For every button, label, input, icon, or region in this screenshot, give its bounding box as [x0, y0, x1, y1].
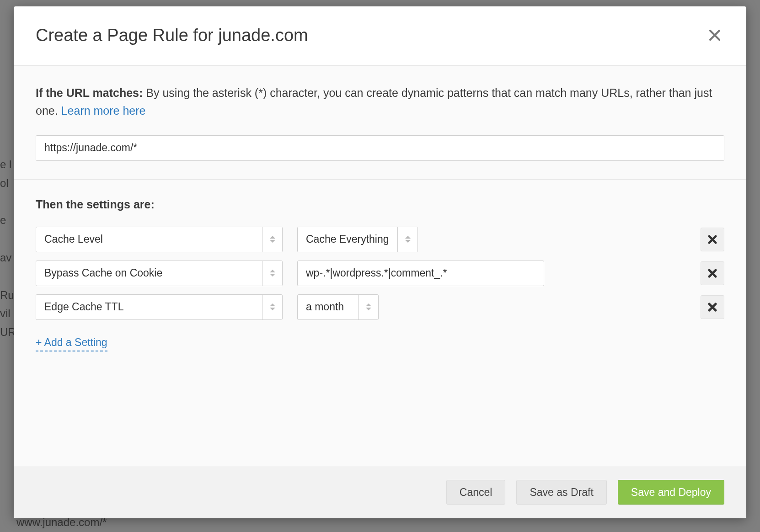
url-match-section: If the URL matches: By using the asteris…: [14, 66, 746, 179]
url-pattern-input[interactable]: [36, 135, 724, 161]
remove-icon: [707, 234, 718, 245]
setting-row: Edge Cache TTL a month: [36, 294, 724, 320]
save-draft-button[interactable]: Save as Draft: [516, 480, 606, 505]
url-match-label: If the URL matches:: [36, 86, 143, 99]
settings-section: Then the settings are: Cache Level Cache…: [14, 179, 746, 370]
url-match-description: If the URL matches: By using the asteris…: [36, 84, 724, 120]
setting-value-label: Cache Everything: [298, 227, 397, 252]
setting-name-label: Cache Level: [36, 227, 262, 252]
select-caret-icon: [397, 227, 417, 252]
setting-value-input[interactable]: [297, 261, 544, 286]
settings-heading: Then the settings are:: [36, 198, 724, 211]
page-rule-modal: Create a Page Rule for junade.com If the…: [14, 6, 746, 518]
select-caret-icon: [262, 261, 282, 286]
select-caret-icon: [262, 227, 282, 252]
setting-name-label: Bypass Cache on Cookie: [36, 261, 262, 286]
setting-name-select[interactable]: Bypass Cache on Cookie: [36, 261, 283, 286]
learn-more-link[interactable]: Learn more here: [61, 104, 146, 117]
modal-footer: Cancel Save as Draft Save and Deploy: [14, 466, 746, 518]
remove-icon: [707, 268, 718, 279]
cancel-button[interactable]: Cancel: [446, 480, 506, 505]
select-caret-icon: [358, 295, 378, 319]
remove-setting-button[interactable]: [701, 295, 724, 319]
select-caret-icon: [262, 295, 282, 319]
setting-value-select[interactable]: a month: [297, 294, 379, 320]
setting-row: Bypass Cache on Cookie: [36, 261, 724, 286]
setting-name-select[interactable]: Cache Level: [36, 227, 283, 252]
setting-name-select[interactable]: Edge Cache TTL: [36, 294, 283, 320]
remove-setting-button[interactable]: [701, 228, 724, 251]
modal-title: Create a Page Rule for junade.com: [36, 26, 308, 45]
close-button[interactable]: [705, 27, 724, 45]
add-setting-link[interactable]: + Add a Setting: [36, 336, 107, 351]
setting-row: Cache Level Cache Everything: [36, 227, 724, 252]
remove-setting-button[interactable]: [701, 261, 724, 285]
remove-icon: [707, 302, 718, 313]
setting-value-select[interactable]: Cache Everything: [297, 227, 418, 252]
modal-header: Create a Page Rule for junade.com: [14, 6, 746, 66]
close-icon: [708, 28, 722, 42]
save-deploy-button[interactable]: Save and Deploy: [618, 480, 724, 505]
modal-body: If the URL matches: By using the asteris…: [14, 66, 746, 466]
setting-value-label: a month: [298, 295, 358, 319]
setting-name-label: Edge Cache TTL: [36, 295, 262, 319]
